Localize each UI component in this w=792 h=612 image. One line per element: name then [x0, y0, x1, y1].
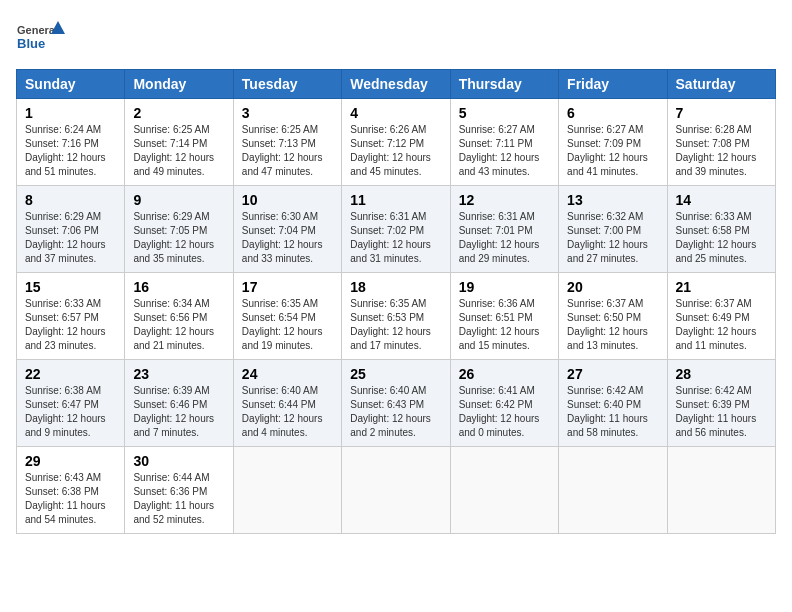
weekday-header-row: SundayMondayTuesdayWednesdayThursdayFrid… [17, 70, 776, 99]
calendar-cell [233, 447, 341, 534]
svg-text:Blue: Blue [17, 36, 45, 51]
calendar-cell: 21Sunrise: 6:37 AMSunset: 6:49 PMDayligh… [667, 273, 775, 360]
calendar-cell: 30Sunrise: 6:44 AMSunset: 6:36 PMDayligh… [125, 447, 233, 534]
logo-svg: General Blue [16, 16, 66, 61]
calendar-cell: 17Sunrise: 6:35 AMSunset: 6:54 PMDayligh… [233, 273, 341, 360]
day-info: Sunrise: 6:38 AMSunset: 6:47 PMDaylight:… [25, 384, 116, 440]
day-info: Sunrise: 6:41 AMSunset: 6:42 PMDaylight:… [459, 384, 550, 440]
day-info: Sunrise: 6:26 AMSunset: 7:12 PMDaylight:… [350, 123, 441, 179]
day-info: Sunrise: 6:35 AMSunset: 6:54 PMDaylight:… [242, 297, 333, 353]
weekday-header-friday: Friday [559, 70, 667, 99]
calendar-cell: 20Sunrise: 6:37 AMSunset: 6:50 PMDayligh… [559, 273, 667, 360]
calendar-cell: 7Sunrise: 6:28 AMSunset: 7:08 PMDaylight… [667, 99, 775, 186]
day-info: Sunrise: 6:24 AMSunset: 7:16 PMDaylight:… [25, 123, 116, 179]
day-number: 5 [459, 105, 550, 121]
day-number: 18 [350, 279, 441, 295]
day-info: Sunrise: 6:36 AMSunset: 6:51 PMDaylight:… [459, 297, 550, 353]
day-number: 23 [133, 366, 224, 382]
day-number: 14 [676, 192, 767, 208]
calendar-cell [450, 447, 558, 534]
day-info: Sunrise: 6:34 AMSunset: 6:56 PMDaylight:… [133, 297, 224, 353]
calendar-cell: 15Sunrise: 6:33 AMSunset: 6:57 PMDayligh… [17, 273, 125, 360]
day-number: 30 [133, 453, 224, 469]
calendar-cell: 11Sunrise: 6:31 AMSunset: 7:02 PMDayligh… [342, 186, 450, 273]
calendar-cell: 13Sunrise: 6:32 AMSunset: 7:00 PMDayligh… [559, 186, 667, 273]
logo: General Blue [16, 16, 66, 61]
day-number: 26 [459, 366, 550, 382]
day-number: 7 [676, 105, 767, 121]
day-info: Sunrise: 6:25 AMSunset: 7:14 PMDaylight:… [133, 123, 224, 179]
calendar-cell: 28Sunrise: 6:42 AMSunset: 6:39 PMDayligh… [667, 360, 775, 447]
day-number: 17 [242, 279, 333, 295]
day-number: 4 [350, 105, 441, 121]
calendar-cell: 8Sunrise: 6:29 AMSunset: 7:06 PMDaylight… [17, 186, 125, 273]
calendar-cell: 14Sunrise: 6:33 AMSunset: 6:58 PMDayligh… [667, 186, 775, 273]
calendar-cell: 25Sunrise: 6:40 AMSunset: 6:43 PMDayligh… [342, 360, 450, 447]
calendar-cell [559, 447, 667, 534]
calendar-cell [667, 447, 775, 534]
calendar-cell: 5Sunrise: 6:27 AMSunset: 7:11 PMDaylight… [450, 99, 558, 186]
weekday-header-wednesday: Wednesday [342, 70, 450, 99]
day-number: 27 [567, 366, 658, 382]
day-info: Sunrise: 6:35 AMSunset: 6:53 PMDaylight:… [350, 297, 441, 353]
day-info: Sunrise: 6:31 AMSunset: 7:02 PMDaylight:… [350, 210, 441, 266]
day-number: 6 [567, 105, 658, 121]
calendar-cell: 4Sunrise: 6:26 AMSunset: 7:12 PMDaylight… [342, 99, 450, 186]
calendar-cell: 22Sunrise: 6:38 AMSunset: 6:47 PMDayligh… [17, 360, 125, 447]
weekday-header-monday: Monday [125, 70, 233, 99]
day-number: 29 [25, 453, 116, 469]
calendar-cell: 3Sunrise: 6:25 AMSunset: 7:13 PMDaylight… [233, 99, 341, 186]
calendar-cell: 18Sunrise: 6:35 AMSunset: 6:53 PMDayligh… [342, 273, 450, 360]
day-info: Sunrise: 6:29 AMSunset: 7:06 PMDaylight:… [25, 210, 116, 266]
day-info: Sunrise: 6:27 AMSunset: 7:11 PMDaylight:… [459, 123, 550, 179]
day-info: Sunrise: 6:37 AMSunset: 6:50 PMDaylight:… [567, 297, 658, 353]
day-info: Sunrise: 6:27 AMSunset: 7:09 PMDaylight:… [567, 123, 658, 179]
calendar-week-3: 15Sunrise: 6:33 AMSunset: 6:57 PMDayligh… [17, 273, 776, 360]
calendar-cell: 6Sunrise: 6:27 AMSunset: 7:09 PMDaylight… [559, 99, 667, 186]
calendar-week-5: 29Sunrise: 6:43 AMSunset: 6:38 PMDayligh… [17, 447, 776, 534]
day-info: Sunrise: 6:40 AMSunset: 6:44 PMDaylight:… [242, 384, 333, 440]
svg-text:General: General [17, 24, 58, 36]
day-info: Sunrise: 6:42 AMSunset: 6:39 PMDaylight:… [676, 384, 767, 440]
day-info: Sunrise: 6:39 AMSunset: 6:46 PMDaylight:… [133, 384, 224, 440]
day-number: 20 [567, 279, 658, 295]
day-number: 3 [242, 105, 333, 121]
day-info: Sunrise: 6:42 AMSunset: 6:40 PMDaylight:… [567, 384, 658, 440]
day-info: Sunrise: 6:33 AMSunset: 6:58 PMDaylight:… [676, 210, 767, 266]
calendar-cell: 23Sunrise: 6:39 AMSunset: 6:46 PMDayligh… [125, 360, 233, 447]
calendar-cell: 19Sunrise: 6:36 AMSunset: 6:51 PMDayligh… [450, 273, 558, 360]
calendar-cell: 1Sunrise: 6:24 AMSunset: 7:16 PMDaylight… [17, 99, 125, 186]
calendar-week-4: 22Sunrise: 6:38 AMSunset: 6:47 PMDayligh… [17, 360, 776, 447]
header: General Blue [16, 16, 776, 61]
day-info: Sunrise: 6:25 AMSunset: 7:13 PMDaylight:… [242, 123, 333, 179]
day-info: Sunrise: 6:40 AMSunset: 6:43 PMDaylight:… [350, 384, 441, 440]
day-number: 24 [242, 366, 333, 382]
calendar-cell: 24Sunrise: 6:40 AMSunset: 6:44 PMDayligh… [233, 360, 341, 447]
day-info: Sunrise: 6:37 AMSunset: 6:49 PMDaylight:… [676, 297, 767, 353]
day-info: Sunrise: 6:31 AMSunset: 7:01 PMDaylight:… [459, 210, 550, 266]
weekday-header-sunday: Sunday [17, 70, 125, 99]
day-number: 21 [676, 279, 767, 295]
day-number: 1 [25, 105, 116, 121]
calendar-week-1: 1Sunrise: 6:24 AMSunset: 7:16 PMDaylight… [17, 99, 776, 186]
day-number: 10 [242, 192, 333, 208]
calendar-cell [342, 447, 450, 534]
calendar-cell: 27Sunrise: 6:42 AMSunset: 6:40 PMDayligh… [559, 360, 667, 447]
day-number: 25 [350, 366, 441, 382]
day-info: Sunrise: 6:28 AMSunset: 7:08 PMDaylight:… [676, 123, 767, 179]
day-number: 22 [25, 366, 116, 382]
day-number: 12 [459, 192, 550, 208]
calendar-week-2: 8Sunrise: 6:29 AMSunset: 7:06 PMDaylight… [17, 186, 776, 273]
day-info: Sunrise: 6:29 AMSunset: 7:05 PMDaylight:… [133, 210, 224, 266]
day-info: Sunrise: 6:44 AMSunset: 6:36 PMDaylight:… [133, 471, 224, 527]
day-info: Sunrise: 6:33 AMSunset: 6:57 PMDaylight:… [25, 297, 116, 353]
day-number: 9 [133, 192, 224, 208]
calendar-cell: 29Sunrise: 6:43 AMSunset: 6:38 PMDayligh… [17, 447, 125, 534]
calendar-cell: 2Sunrise: 6:25 AMSunset: 7:14 PMDaylight… [125, 99, 233, 186]
day-number: 28 [676, 366, 767, 382]
calendar-cell: 12Sunrise: 6:31 AMSunset: 7:01 PMDayligh… [450, 186, 558, 273]
calendar-cell: 26Sunrise: 6:41 AMSunset: 6:42 PMDayligh… [450, 360, 558, 447]
day-info: Sunrise: 6:30 AMSunset: 7:04 PMDaylight:… [242, 210, 333, 266]
calendar-cell: 9Sunrise: 6:29 AMSunset: 7:05 PMDaylight… [125, 186, 233, 273]
calendar-cell: 10Sunrise: 6:30 AMSunset: 7:04 PMDayligh… [233, 186, 341, 273]
